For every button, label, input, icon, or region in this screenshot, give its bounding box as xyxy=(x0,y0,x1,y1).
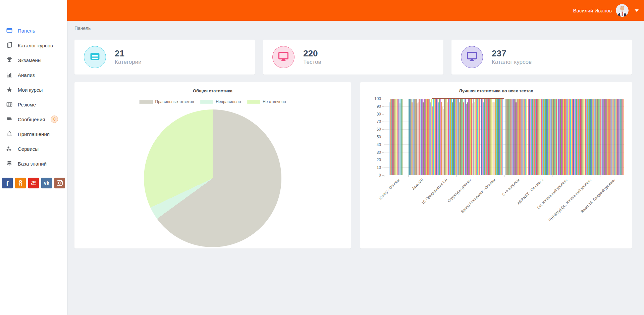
book-icon xyxy=(6,42,13,49)
legend-swatch xyxy=(200,100,213,104)
x-tick-label: 1С Предприятие 8.0 xyxy=(421,178,448,205)
bar-group-6 xyxy=(528,99,552,175)
vk-icon: vk xyxy=(44,180,50,186)
y-tick-mark xyxy=(382,137,384,137)
social-link-youtube[interactable]: YouTube xyxy=(28,178,39,188)
social-links: fYouTubevk xyxy=(2,178,65,188)
x-tick-mark xyxy=(456,175,457,177)
x-tick-mark xyxy=(408,175,409,177)
sidebar-item-7[interactable]: Приглашения xyxy=(0,127,67,141)
bar[interactable] xyxy=(502,99,503,175)
instagram-icon xyxy=(56,179,64,187)
stat-icon-circle xyxy=(272,46,294,68)
stat-text: 220Тестов xyxy=(303,48,321,66)
y-tick-mark xyxy=(382,129,384,130)
bar-chart-card: Лучшая статистика во всех тестах 0102030… xyxy=(360,82,632,249)
monitor-icon xyxy=(278,51,289,63)
y-tick-label: 50 xyxy=(377,135,381,139)
pie-chart-card: Общая статистика Правильных ответовНепра… xyxy=(74,82,351,249)
sidebar-item-9[interactable]: База знаний xyxy=(0,156,67,171)
legend-label: Правильных ответов xyxy=(155,99,194,104)
bar[interactable] xyxy=(401,99,402,175)
pie-legend-item-2[interactable]: Не отвечено xyxy=(247,99,286,104)
sidebar-menu: ПанельКаталог курсовЭкзаменыАнализМои ку… xyxy=(0,0,67,171)
sidebar-item-8[interactable]: Сервисы xyxy=(0,141,67,156)
y-tick-label: 0 xyxy=(379,173,381,178)
x-tick-label: ASP.NET - Основы 2 xyxy=(517,178,544,205)
sidebar-item-label: Каталог курсов xyxy=(18,43,53,48)
sidebar-item-2[interactable]: Экзамены xyxy=(0,53,67,68)
x-tick-label: jQuery - Основы xyxy=(378,178,400,200)
x-tick-mark xyxy=(552,175,552,177)
x-tick-mark xyxy=(600,175,600,177)
pie-legend-item-1[interactable]: Неправильно xyxy=(200,99,241,104)
x-tick-label: C++ вопросы xyxy=(501,178,520,196)
sidebar-item-5[interactable]: Резюме xyxy=(0,97,67,112)
odnoklassniki-icon xyxy=(16,179,24,187)
bar[interactable] xyxy=(479,99,480,175)
avatar-illustration xyxy=(616,4,629,17)
stat-value: 220 xyxy=(303,48,321,58)
legend-label: Не отвечено xyxy=(263,99,286,104)
database-icon xyxy=(6,160,13,167)
social-link-odnoklassniki[interactable] xyxy=(15,178,26,188)
y-tick-mark xyxy=(382,122,384,122)
sidebar-item-label: Мои курсы xyxy=(18,87,43,93)
y-tick-label: 30 xyxy=(377,150,381,155)
bar-group-9 xyxy=(600,99,624,175)
dashboard-icon xyxy=(6,27,13,34)
x-tick-mark xyxy=(432,175,432,177)
cubes-icon xyxy=(6,145,13,152)
x-tick-label: Структуры данных xyxy=(447,178,472,203)
sidebar-item-3[interactable]: Анализ xyxy=(0,68,67,82)
sidebar-item-1[interactable]: Каталог курсов xyxy=(0,38,67,53)
bar[interactable] xyxy=(526,99,527,175)
bar-group-8 xyxy=(576,99,600,175)
bar[interactable] xyxy=(623,99,624,175)
sidebar-item-6[interactable]: Сообщения0 xyxy=(0,112,67,127)
social-link-vk[interactable]: vk xyxy=(41,178,52,188)
sidebar-item-4[interactable]: Мои курсы xyxy=(0,82,67,97)
legend-swatch xyxy=(247,100,260,104)
social-link-instagram[interactable] xyxy=(54,178,65,188)
y-tick-mark xyxy=(382,106,384,107)
y-tick-mark xyxy=(382,160,384,160)
stat-label: Категории xyxy=(115,58,142,66)
pie-legend-item-0[interactable]: Правильных ответов xyxy=(140,99,194,104)
list-icon xyxy=(89,51,101,63)
x-tick-mark xyxy=(384,175,384,177)
y-tick-label: 70 xyxy=(377,119,381,124)
sidebar-item-label: Резюме xyxy=(18,102,36,107)
bar[interactable] xyxy=(431,99,432,175)
stat-text: 21Категории xyxy=(115,48,142,66)
bars-area xyxy=(384,99,624,175)
user-avatar[interactable] xyxy=(616,4,629,17)
bar-plot[interactable]: jQuery - ОсновыJava ME1С Предприятие 8.0… xyxy=(384,99,624,175)
pie-chart[interactable] xyxy=(144,109,281,247)
trophy-icon xyxy=(6,57,13,63)
bar-top-cap-line xyxy=(432,98,504,99)
chevron-down-icon[interactable] xyxy=(635,9,639,12)
y-tick-mark xyxy=(382,152,384,153)
legend-swatch xyxy=(140,100,153,104)
y-tick-mark xyxy=(382,114,384,115)
sidebar-item-label: Сервисы xyxy=(18,146,39,152)
monitor-icon xyxy=(466,51,478,63)
y-tick-label: 90 xyxy=(377,104,381,109)
bar[interactable] xyxy=(599,99,600,175)
y-tick-mark xyxy=(382,145,384,145)
social-link-facebook[interactable]: f xyxy=(2,178,13,188)
stat-label: Каталог курсов xyxy=(492,58,532,66)
stat-value: 21 xyxy=(115,48,142,58)
x-tick-mark xyxy=(576,175,576,177)
sidebar-item-0[interactable]: Панель xyxy=(0,23,67,38)
id-card-icon xyxy=(6,101,13,108)
y-tick-label: 10 xyxy=(377,165,381,170)
stat-value: 237 xyxy=(492,48,532,58)
y-tick-mark xyxy=(382,168,384,168)
bar-y-axis: 0102030405060708090100 xyxy=(368,99,381,175)
bar-group-1 xyxy=(408,99,432,175)
y-tick-label: 20 xyxy=(377,158,381,162)
bell-icon xyxy=(6,131,13,137)
top-header: Василий Иванов xyxy=(67,0,644,21)
